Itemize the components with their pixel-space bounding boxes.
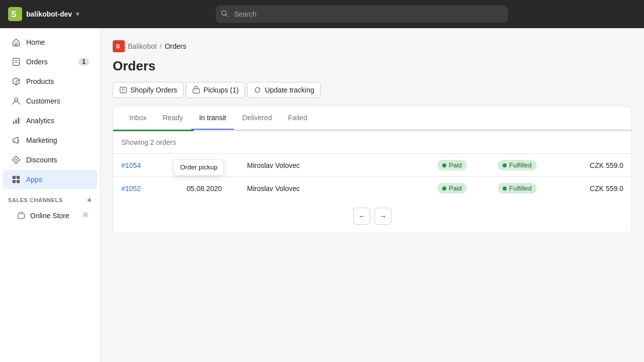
svg-rect-12 [18, 118, 20, 124]
breadcrumb-app-link[interactable]: Balikobot [128, 42, 157, 50]
order-pickup-tooltip: Order pickup [174, 159, 224, 175]
sidebar-label-customers: Customers [26, 97, 60, 105]
sidebar-nav: Home Orders 1 Products [0, 28, 100, 362]
balikobot-logo: B [113, 40, 125, 52]
analytics-icon [11, 116, 21, 126]
prev-page-button[interactable]: ← [353, 208, 370, 225]
paid-badge: Paid [437, 160, 467, 170]
update-tracking-label: Update tracking [265, 86, 314, 94]
search-input[interactable] [216, 6, 508, 23]
shopify-orders-label: Shopify Orders [130, 86, 177, 94]
sidebar-label-online-store: Online Store [30, 212, 69, 220]
sidebar-item-products[interactable]: Products [3, 72, 97, 91]
online-store-settings-icon[interactable] [82, 211, 89, 220]
sales-channels-label: SALES CHANNELS [8, 197, 63, 203]
brand-selector[interactable]: S balikobot-dev ▾ [8, 7, 79, 21]
svg-rect-25 [193, 89, 200, 94]
sidebar-item-marketing[interactable]: Marketing [3, 131, 97, 150]
svg-rect-4 [13, 58, 20, 65]
fulfilled-badge: Fulfilled [498, 160, 537, 170]
update-tracking-button[interactable]: Update tracking [247, 82, 320, 98]
paid-dot-icon-2 [442, 187, 446, 191]
sidebar-item-analytics[interactable]: Analytics [3, 111, 97, 130]
sidebar-item-orders[interactable]: Orders 1 [3, 52, 97, 71]
prev-arrow-icon: ← [358, 212, 365, 220]
sidebar-label-home: Home [26, 38, 45, 46]
app-body: Home Orders 1 Products [0, 28, 644, 362]
sidebar-label-analytics: Analytics [26, 117, 54, 125]
tab-delivered[interactable]: Delivered [234, 107, 280, 130]
shopify-orders-icon [119, 86, 127, 94]
search-container [216, 6, 508, 23]
orders-count: Showing 2 orders [113, 131, 631, 153]
sidebar: Home Orders 1 Products [0, 28, 101, 362]
tab-ready[interactable]: Ready [154, 107, 191, 130]
shopify-orders-button[interactable]: Shopify Orders [113, 82, 184, 98]
svg-rect-22 [120, 87, 127, 93]
table-row: #1054 05.08. Order pickup Miroslav Volov… [113, 153, 631, 176]
search-icon [221, 10, 228, 19]
paid-dot-icon [442, 163, 446, 167]
home-icon [11, 37, 21, 47]
add-sales-channel-button[interactable]: + [87, 196, 92, 205]
order-customer-1052: Miroslav Volovec [247, 185, 437, 193]
svg-line-3 [225, 15, 227, 17]
sidebar-item-discounts[interactable]: Discounts [3, 150, 97, 169]
order-amount-1054: CZK 559.0 [563, 161, 623, 169]
online-store-icon [17, 212, 25, 220]
sidebar-item-customers[interactable]: Customers [3, 92, 97, 111]
svg-rect-17 [17, 180, 20, 183]
page-title: Orders [113, 58, 632, 74]
breadcrumb: B Balikobot / Orders [113, 40, 632, 52]
pickups-label: Pickups (1) [203, 86, 238, 94]
svg-text:S: S [11, 10, 17, 19]
brand-name: balikobot-dev [26, 10, 72, 18]
breadcrumb-separator: / [160, 42, 162, 50]
action-bar: Shopify Orders Pickups (1) Update tracki… [113, 82, 632, 98]
tabs-container: Inbox Ready In transit Delivered Failed [113, 107, 631, 130]
discounts-icon [11, 155, 21, 165]
svg-text:B: B [116, 44, 120, 49]
sidebar-item-online-store[interactable]: Online Store [3, 207, 97, 224]
pagination: ← → [113, 200, 631, 233]
main-content: B Balikobot / Orders Orders Shopify Orde… [101, 28, 644, 362]
order-fulfillment-1054: Fulfilled [498, 160, 563, 170]
sidebar-item-apps[interactable]: Apps [3, 170, 97, 189]
order-customer-1054: Miroslav Volovec [247, 161, 437, 169]
tab-failed[interactable]: Failed [280, 107, 315, 130]
sidebar-label-orders: Orders [26, 58, 48, 66]
marketing-icon [11, 135, 21, 145]
order-amount-1052: CZK 559.0 [563, 185, 623, 193]
tab-inbox[interactable]: Inbox [121, 107, 154, 130]
orders-icon [11, 57, 21, 67]
customers-icon [11, 96, 21, 106]
svg-rect-15 [17, 176, 20, 179]
sidebar-label-marketing: Marketing [26, 136, 57, 144]
paid-badge-2: Paid [437, 183, 467, 194]
pickups-icon [192, 86, 200, 94]
pickups-button[interactable]: Pickups (1) [186, 82, 245, 98]
svg-rect-10 [13, 121, 15, 124]
svg-rect-14 [13, 176, 16, 179]
fulfilled-badge-2: Fulfilled [498, 183, 537, 194]
tooltip-text: Order pickup [180, 163, 217, 171]
apps-icon [11, 174, 21, 185]
svg-rect-11 [16, 119, 17, 124]
brand-chevron-icon: ▾ [76, 11, 79, 18]
order-payment-1052: Paid [437, 183, 498, 194]
next-arrow-icon: → [379, 212, 386, 220]
order-id-1052[interactable]: #1052 [121, 185, 187, 193]
sidebar-item-home[interactable]: Home [3, 33, 97, 52]
fulfilled-dot-icon [503, 163, 507, 167]
update-tracking-icon [254, 86, 262, 94]
progress-bar-fill [113, 130, 194, 131]
fulfilled-dot-icon-2 [503, 187, 507, 191]
next-page-button[interactable]: → [374, 208, 391, 225]
orders-badge: 1 [78, 58, 89, 66]
shopify-logo-icon: S [8, 7, 22, 21]
products-icon [11, 76, 21, 86]
sales-channels-section: SALES CHANNELS + [0, 190, 100, 207]
svg-point-9 [15, 98, 18, 101]
tab-in-transit[interactable]: In transit [191, 107, 234, 130]
svg-line-8 [16, 79, 19, 81]
